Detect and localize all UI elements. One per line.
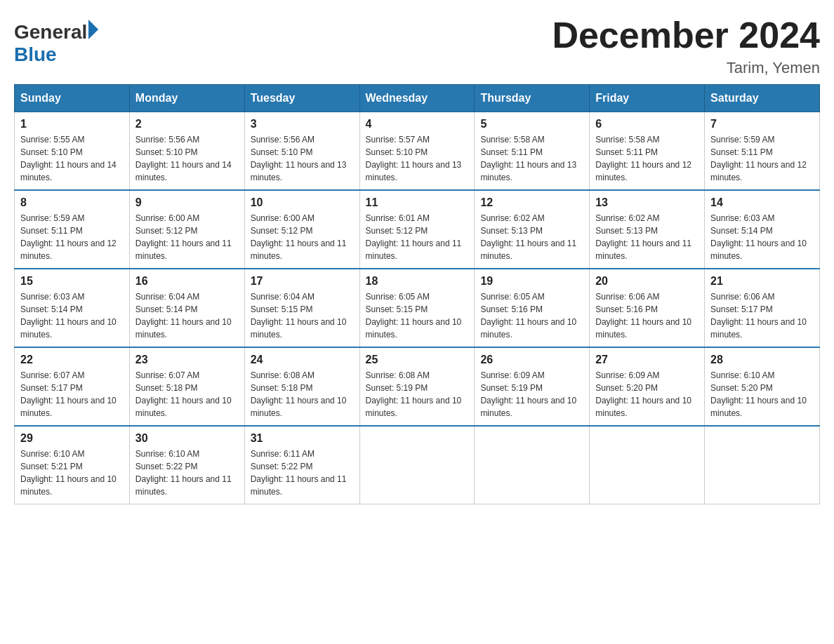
header-cell-sunday: Sunday <box>15 85 130 112</box>
day-info: Sunrise: 6:09 AMSunset: 5:20 PMDaylight:… <box>595 369 699 420</box>
day-info: Sunrise: 5:58 AMSunset: 5:11 PMDaylight:… <box>595 133 699 184</box>
day-cell: 21Sunrise: 6:06 AMSunset: 5:17 PMDayligh… <box>705 269 820 347</box>
day-cell: 22Sunrise: 6:07 AMSunset: 5:17 PMDayligh… <box>15 347 130 426</box>
day-cell <box>475 426 590 504</box>
day-number: 18 <box>366 275 469 288</box>
day-number: 31 <box>251 432 354 445</box>
day-info: Sunrise: 6:04 AMSunset: 5:15 PMDaylight:… <box>251 290 354 341</box>
day-number: 9 <box>135 196 239 209</box>
day-cell: 30Sunrise: 6:10 AMSunset: 5:22 PMDayligh… <box>129 426 244 504</box>
day-cell: 9Sunrise: 6:00 AMSunset: 5:12 PMDaylight… <box>129 190 244 269</box>
day-number: 1 <box>20 118 124 130</box>
day-cell: 14Sunrise: 6:03 AMSunset: 5:14 PMDayligh… <box>705 190 820 269</box>
logo: General Blue <box>14 21 98 66</box>
day-cell: 24Sunrise: 6:08 AMSunset: 5:18 PMDayligh… <box>244 347 359 426</box>
calendar-body: 1Sunrise: 5:55 AMSunset: 5:10 PMDaylight… <box>15 112 820 504</box>
header-cell-thursday: Thursday <box>475 85 590 112</box>
day-cell: 20Sunrise: 6:06 AMSunset: 5:16 PMDayligh… <box>590 269 705 347</box>
week-row-1: 1Sunrise: 5:55 AMSunset: 5:10 PMDaylight… <box>15 112 820 191</box>
day-info: Sunrise: 6:11 AMSunset: 5:22 PMDaylight:… <box>251 448 354 498</box>
day-number: 29 <box>20 432 124 445</box>
day-number: 28 <box>710 354 814 366</box>
day-number: 14 <box>710 196 814 209</box>
day-number: 22 <box>20 354 124 366</box>
day-cell: 3Sunrise: 5:56 AMSunset: 5:10 PMDaylight… <box>244 112 359 191</box>
day-info: Sunrise: 6:10 AMSunset: 5:20 PMDaylight:… <box>710 369 814 420</box>
day-cell <box>590 426 705 504</box>
day-info: Sunrise: 5:59 AMSunset: 5:11 PMDaylight:… <box>710 133 814 184</box>
day-cell: 27Sunrise: 6:09 AMSunset: 5:20 PMDayligh… <box>590 347 705 426</box>
day-info: Sunrise: 5:56 AMSunset: 5:10 PMDaylight:… <box>251 133 354 184</box>
week-row-5: 29Sunrise: 6:10 AMSunset: 5:21 PMDayligh… <box>15 426 820 504</box>
day-number: 7 <box>710 118 814 130</box>
day-cell: 5Sunrise: 5:58 AMSunset: 5:11 PMDaylight… <box>475 112 590 191</box>
day-number: 3 <box>251 118 354 130</box>
day-info: Sunrise: 6:00 AMSunset: 5:12 PMDaylight:… <box>251 212 354 262</box>
logo-general-text: General <box>14 21 87 43</box>
week-row-4: 22Sunrise: 6:07 AMSunset: 5:17 PMDayligh… <box>15 347 820 426</box>
day-info: Sunrise: 6:10 AMSunset: 5:21 PMDaylight:… <box>20 448 124 498</box>
day-info: Sunrise: 6:00 AMSunset: 5:12 PMDaylight:… <box>135 212 239 262</box>
day-info: Sunrise: 6:06 AMSunset: 5:17 PMDaylight:… <box>710 290 814 341</box>
day-cell: 1Sunrise: 5:55 AMSunset: 5:10 PMDaylight… <box>15 112 130 191</box>
day-cell: 29Sunrise: 6:10 AMSunset: 5:21 PMDayligh… <box>15 426 130 504</box>
day-info: Sunrise: 6:08 AMSunset: 5:19 PMDaylight:… <box>366 369 469 420</box>
week-row-3: 15Sunrise: 6:03 AMSunset: 5:14 PMDayligh… <box>15 269 820 347</box>
day-cell: 8Sunrise: 5:59 AMSunset: 5:11 PMDaylight… <box>15 190 130 269</box>
day-number: 30 <box>135 432 239 445</box>
day-number: 16 <box>135 275 239 288</box>
calendar-subtitle: Tarim, Yemen <box>552 59 820 77</box>
logo-blue-text: Blue <box>14 43 57 66</box>
day-info: Sunrise: 5:59 AMSunset: 5:11 PMDaylight:… <box>20 212 124 262</box>
day-number: 12 <box>480 196 583 209</box>
calendar-title: December 2024 <box>552 14 820 56</box>
day-number: 10 <box>251 196 354 209</box>
day-number: 26 <box>480 354 583 366</box>
calendar-table: SundayMondayTuesdayWednesdayThursdayFrid… <box>14 84 820 504</box>
day-cell: 25Sunrise: 6:08 AMSunset: 5:19 PMDayligh… <box>359 347 475 426</box>
day-cell <box>705 426 820 504</box>
day-number: 2 <box>135 118 239 130</box>
day-cell: 15Sunrise: 6:03 AMSunset: 5:14 PMDayligh… <box>15 269 130 347</box>
day-number: 15 <box>20 275 124 288</box>
header-cell-tuesday: Tuesday <box>244 85 359 112</box>
day-info: Sunrise: 6:07 AMSunset: 5:18 PMDaylight:… <box>135 369 239 420</box>
day-info: Sunrise: 6:01 AMSunset: 5:12 PMDaylight:… <box>366 212 469 262</box>
day-cell: 4Sunrise: 5:57 AMSunset: 5:10 PMDaylight… <box>359 112 475 191</box>
day-number: 13 <box>595 196 699 209</box>
day-cell: 2Sunrise: 5:56 AMSunset: 5:10 PMDaylight… <box>129 112 244 191</box>
day-info: Sunrise: 6:04 AMSunset: 5:14 PMDaylight:… <box>135 290 239 341</box>
day-cell: 31Sunrise: 6:11 AMSunset: 5:22 PMDayligh… <box>244 426 359 504</box>
day-cell: 16Sunrise: 6:04 AMSunset: 5:14 PMDayligh… <box>129 269 244 347</box>
day-cell: 11Sunrise: 6:01 AMSunset: 5:12 PMDayligh… <box>359 190 475 269</box>
day-number: 17 <box>251 275 354 288</box>
header-cell-monday: Monday <box>129 85 244 112</box>
day-info: Sunrise: 6:03 AMSunset: 5:14 PMDaylight:… <box>20 290 124 341</box>
day-number: 11 <box>366 196 469 209</box>
day-number: 21 <box>710 275 814 288</box>
day-number: 27 <box>595 354 699 366</box>
page-header: General Blue December 2024 Tarim, Yemen <box>14 14 820 77</box>
calendar-header: SundayMondayTuesdayWednesdayThursdayFrid… <box>15 85 820 112</box>
header-row: SundayMondayTuesdayWednesdayThursdayFrid… <box>15 85 820 112</box>
day-cell: 6Sunrise: 5:58 AMSunset: 5:11 PMDaylight… <box>590 112 705 191</box>
day-info: Sunrise: 6:05 AMSunset: 5:15 PMDaylight:… <box>366 290 469 341</box>
day-info: Sunrise: 6:08 AMSunset: 5:18 PMDaylight:… <box>251 369 354 420</box>
header-cell-wednesday: Wednesday <box>359 85 475 112</box>
day-info: Sunrise: 6:03 AMSunset: 5:14 PMDaylight:… <box>710 212 814 262</box>
day-cell: 17Sunrise: 6:04 AMSunset: 5:15 PMDayligh… <box>244 269 359 347</box>
day-number: 23 <box>135 354 239 366</box>
day-cell: 12Sunrise: 6:02 AMSunset: 5:13 PMDayligh… <box>475 190 590 269</box>
day-info: Sunrise: 6:10 AMSunset: 5:22 PMDaylight:… <box>135 448 239 498</box>
day-number: 6 <box>595 118 699 130</box>
day-info: Sunrise: 5:56 AMSunset: 5:10 PMDaylight:… <box>135 133 239 184</box>
day-info: Sunrise: 6:09 AMSunset: 5:19 PMDaylight:… <box>480 369 583 420</box>
day-number: 8 <box>20 196 124 209</box>
day-number: 4 <box>366 118 469 130</box>
logo-icon: General Blue <box>14 21 98 66</box>
day-number: 25 <box>366 354 469 366</box>
day-number: 5 <box>480 118 583 130</box>
day-cell: 13Sunrise: 6:02 AMSunset: 5:13 PMDayligh… <box>590 190 705 269</box>
day-cell: 18Sunrise: 6:05 AMSunset: 5:15 PMDayligh… <box>359 269 475 347</box>
logo-arrow-icon <box>88 20 98 39</box>
